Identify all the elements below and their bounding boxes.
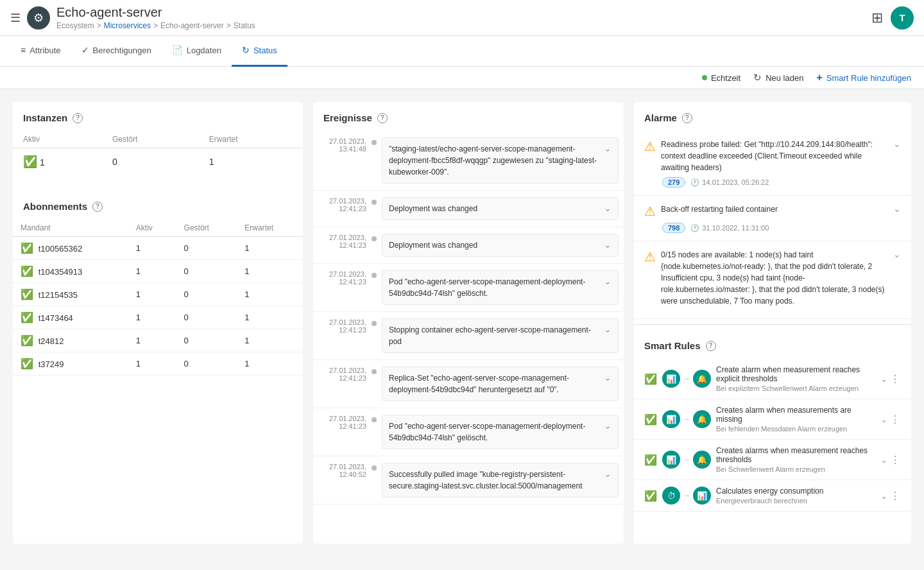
event-dot bbox=[372, 273, 377, 278]
breadcrumb-ecosystem: Ecosystem bbox=[56, 21, 94, 30]
event-dot bbox=[372, 140, 377, 145]
add-rule-button[interactable]: + Smart Rule hinzufügen bbox=[816, 72, 911, 83]
tab-status[interactable]: ↻ Status bbox=[232, 36, 287, 67]
rule-subtitle: Bei explizitem Schwellenwert Alarm erzeu… bbox=[716, 384, 875, 392]
alarme-help-icon[interactable]: ? bbox=[682, 113, 692, 123]
grid-icon[interactable]: ⊞ bbox=[871, 10, 883, 26]
chevron-down-icon[interactable]: ⌄ bbox=[604, 276, 612, 286]
rule-target-icon: 🔔 bbox=[693, 451, 711, 469]
rule-more-icon[interactable]: ⋮ bbox=[890, 454, 901, 466]
rule-title: Create alarm when measurement reaches ex… bbox=[716, 365, 875, 383]
rule-more-icon[interactable]: ⋮ bbox=[890, 373, 901, 385]
rule-check-icon: ✅ bbox=[644, 413, 657, 426]
chevron-down-icon[interactable]: ⌄ bbox=[604, 324, 612, 334]
rule-subtitle: Bei Schwellenwert Alarm erzeugen bbox=[716, 465, 875, 473]
list-item: 27.01.2023,12:40:52 Successfully pulled … bbox=[313, 456, 624, 505]
ereignisse-help-icon[interactable]: ? bbox=[377, 113, 388, 123]
list-item: 27.01.2023,12:41:23 Replica-Set "echo-ag… bbox=[313, 360, 624, 408]
event-time: 27.01.2023,12:41:23 bbox=[318, 197, 366, 212]
list-item: 27.01.2023,12:41:23 Deployment was chang… bbox=[313, 191, 624, 227]
alarm-chevron-icon[interactable]: ⌄ bbox=[893, 249, 901, 259]
clock-icon: 🕐 bbox=[690, 224, 699, 232]
rule-arrow-icon: → bbox=[683, 415, 690, 424]
instanzen-help-icon[interactable]: ? bbox=[73, 113, 83, 123]
event-time: 27.01.2023,12:40:52 bbox=[318, 463, 366, 478]
breadcrumb-microservices[interactable]: Microservices bbox=[104, 21, 151, 30]
alarm-chevron-icon[interactable]: ⌄ bbox=[893, 203, 901, 214]
rule-arrow-icon: → bbox=[683, 374, 690, 383]
reload-button[interactable]: ↻ Neu laden bbox=[753, 72, 803, 83]
event-text: Pod "echo-agent-server-scope-management-… bbox=[389, 276, 599, 299]
check-icon: ✅ bbox=[21, 266, 33, 277]
attribute-icon: ≡ bbox=[21, 45, 26, 55]
event-time: 27.01.2023,12:41:23 bbox=[318, 234, 366, 249]
abonnements-help-icon[interactable]: ? bbox=[92, 202, 103, 212]
tab-bar: ≡ Attribute ✓ Berechtigungen 📄 Logdaten … bbox=[0, 36, 924, 67]
avatar[interactable]: T bbox=[891, 6, 914, 30]
list-item: ✅ t12154535 1 0 1 bbox=[13, 283, 303, 306]
alarm-title: Readiness probe failed: Get "http://10.2… bbox=[661, 139, 888, 173]
tab-berechtigungen[interactable]: ✓ Berechtigungen bbox=[71, 36, 162, 67]
smart-rules-help-icon[interactable]: ? bbox=[706, 341, 716, 351]
rule-subtitle: Energieverbrauch berechnen bbox=[716, 497, 875, 505]
list-item: ✅ t104354913 1 0 1 bbox=[13, 260, 303, 283]
list-item: ✅ ⏱ → 📊 Calculates energy consumption En… bbox=[634, 480, 911, 512]
rule-title: Calculates energy consumption bbox=[716, 487, 875, 496]
col-gestoert: Gestört bbox=[102, 131, 199, 148]
list-item: 27.01.2023,12:41:23 Pod "echo-agent-serv… bbox=[313, 264, 624, 312]
alarm-badge: 798 bbox=[662, 223, 685, 233]
list-item: ✅ t100565362 1 0 1 bbox=[13, 237, 303, 260]
rule-chevron-icon[interactable]: ⌄ bbox=[880, 455, 887, 465]
left-panel: Instanzen ? Aktiv Gestört Erwartet ✅ 1 0 bbox=[13, 102, 303, 544]
list-item: ⚠ Back-off restarting failed container ⌄… bbox=[634, 196, 911, 241]
check-icon: ✅ bbox=[21, 335, 33, 346]
tab-logdaten[interactable]: 📄 Logdaten bbox=[162, 36, 232, 67]
event-dot bbox=[372, 200, 377, 205]
event-time: 27.01.2023,12:41:23 bbox=[318, 367, 366, 382]
chevron-down-icon[interactable]: ⌄ bbox=[604, 469, 612, 479]
refresh-icon: ↻ bbox=[753, 72, 762, 83]
chevron-down-icon[interactable]: ⌄ bbox=[604, 420, 612, 431]
menu-icon[interactable]: ☰ bbox=[10, 11, 21, 25]
rule-chevron-icon[interactable]: ⌄ bbox=[880, 491, 887, 501]
chevron-down-icon[interactable]: ⌄ bbox=[604, 372, 612, 383]
check-icon: ✅ bbox=[23, 155, 37, 168]
alarme-title: Alarme ? bbox=[634, 102, 911, 131]
rule-check-icon: ✅ bbox=[644, 454, 657, 466]
rule-more-icon[interactable]: ⋮ bbox=[890, 413, 901, 426]
event-time: 27.01.2023,12:41:23 bbox=[318, 270, 366, 286]
event-content: Deployment was changed ⌄ bbox=[382, 197, 619, 220]
events-list: 27.01.2023,13:41:48 "staging-latest/echo… bbox=[313, 131, 624, 505]
event-dot bbox=[372, 417, 377, 422]
tab-attribute[interactable]: ≡ Attribute bbox=[10, 36, 71, 67]
realtime-button[interactable]: Echtzeit bbox=[702, 73, 740, 83]
rule-source-icon: ⏱ bbox=[662, 487, 680, 505]
alarm-title: 0/15 nodes are available: 1 node(s) had … bbox=[661, 249, 888, 307]
rule-chevron-icon[interactable]: ⌄ bbox=[880, 374, 887, 384]
instanzen-table: Aktiv Gestört Erwartet ✅ 1 0 1 bbox=[13, 131, 303, 175]
events-panel: Ereignisse ? 27.01.2023,13:41:48 "stagin… bbox=[313, 102, 624, 544]
berechtigungen-icon: ✓ bbox=[81, 45, 89, 55]
list-item: ✅ 📊 → 🔔 Creates alarm when measurements … bbox=[634, 399, 911, 440]
rule-chevron-icon[interactable]: ⌄ bbox=[880, 415, 887, 424]
event-text: "staging-latest/echo-agent-server-scope-… bbox=[389, 143, 599, 178]
list-item: 27.01.2023,12:41:23 Deployment was chang… bbox=[313, 227, 624, 264]
alarm-chevron-icon[interactable]: ⌄ bbox=[893, 139, 901, 149]
chevron-down-icon[interactable]: ⌄ bbox=[604, 203, 612, 213]
app-title-area: Echo-agent-server Ecosystem > Microservi… bbox=[56, 5, 255, 30]
list-item: ✅ t37249 1 0 1 bbox=[13, 352, 303, 376]
list-item: ✅ t24812 1 0 1 bbox=[13, 329, 303, 352]
warning-icon: ⚠ bbox=[644, 203, 656, 219]
rule-source-icon: 📊 bbox=[662, 451, 680, 469]
realtime-dot bbox=[702, 75, 707, 80]
check-icon: ✅ bbox=[21, 358, 33, 369]
chevron-down-icon[interactable]: ⌄ bbox=[604, 143, 612, 153]
event-content: Pod "echo-agent-server-scope-management-… bbox=[382, 270, 619, 305]
warning-icon: ⚠ bbox=[644, 139, 656, 154]
chevron-down-icon[interactable]: ⌄ bbox=[604, 239, 612, 250]
event-text: Deployment was changed bbox=[389, 239, 599, 251]
rule-target-icon: 🔔 bbox=[693, 370, 711, 388]
rule-more-icon[interactable]: ⋮ bbox=[890, 490, 901, 502]
header-left: ☰ ⚙ Echo-agent-server Ecosystem > Micros… bbox=[10, 5, 255, 30]
instanzen-title: Instanzen ? bbox=[13, 102, 303, 131]
